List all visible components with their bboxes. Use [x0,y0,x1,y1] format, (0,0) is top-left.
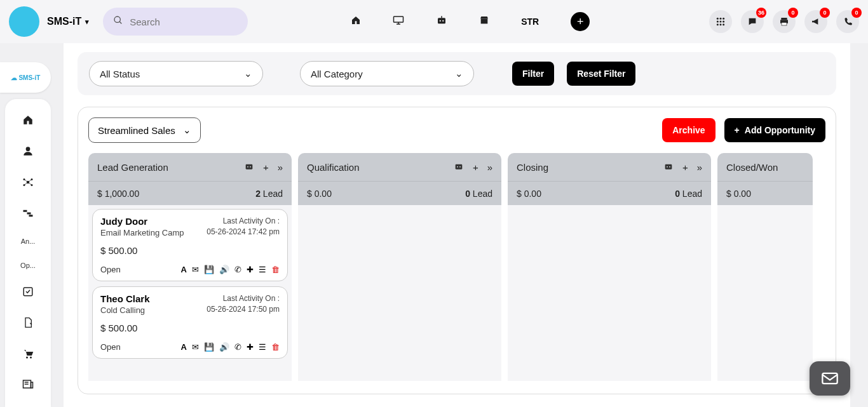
sound-icon[interactable]: 🔊 [219,265,229,274]
search-wrap[interactable] [103,8,248,36]
search-input[interactable] [130,17,238,27]
column-unit: Lead [473,189,492,199]
svg-rect-34 [29,215,33,217]
category-select-label: All Category [311,69,363,79]
trash-icon[interactable]: 🗑 [271,265,280,274]
store-icon[interactable] [479,15,489,28]
logo-tab[interactable]: ☁ SMS-iT [0,62,51,93]
plus-icon[interactable]: + [682,162,688,173]
reset-filter-button[interactable]: Reset Filter [567,62,635,86]
svg-point-36 [26,357,28,359]
add-button[interactable]: + [571,12,590,31]
lead-name: Judy Door [100,216,184,227]
save-icon[interactable]: 💾 [204,265,214,274]
status-select-label: All Status [100,69,140,79]
phone-icon[interactable]: ✆ [234,265,241,274]
sidebar-item-user[interactable] [5,145,51,160]
desktop-icon[interactable] [393,15,404,28]
sidebar-item-news[interactable] [5,379,51,392]
brand-label: SMS-iT [47,16,81,27]
svg-rect-2 [394,17,403,22]
card-icons: A ✉ 💾 🔊 ✆ ✚ ☰ 🗑 [181,342,280,352]
robot-icon[interactable] [454,162,464,173]
svg-line-30 [24,182,28,185]
svg-point-48 [457,166,458,167]
column-body [508,205,711,381]
sidebar-item-cart[interactable] [5,348,51,363]
sidebar-item-funnel[interactable] [5,208,51,221]
megaphone-icon[interactable]: 0 [804,10,827,33]
str-link[interactable]: STR [521,17,539,27]
column-closing: Closing + » $ 0.00 0 Lead [508,153,711,381]
chat-fab[interactable] [810,361,850,396]
envelope-icon[interactable]: ✉ [192,342,199,352]
column-count: 2 [255,189,261,199]
avatar[interactable] [9,6,39,37]
double-chevron-icon[interactable]: » [697,162,702,173]
plus-square-icon[interactable]: ✚ [247,342,254,352]
card-icons: A ✉ 💾 🔊 ✆ ✚ ☰ 🗑 [181,265,280,274]
sidebar-item-document[interactable] [5,317,51,331]
column-summary: $ 0.00 0 Lead [298,181,501,205]
add-opp-label: Add Opportunity [745,125,815,135]
svg-rect-32 [24,210,27,212]
last-activity-label: Last Activity On : [207,216,280,227]
news-icon [22,379,34,392]
chat-icon[interactable]: 36 [741,10,764,33]
column-count: 0 [675,189,680,199]
brand-dropdown[interactable]: SMS-iT ▾ [47,16,89,27]
svg-rect-47 [456,164,463,169]
save-icon[interactable]: 💾 [204,342,214,352]
svg-line-28 [24,180,28,183]
chat-badge: 36 [756,8,766,18]
pipeline-label: Streamlined Sales [98,125,175,136]
print-icon[interactable]: 0 [773,10,796,33]
sidebar-item-opportunities[interactable]: Op... [5,262,51,269]
plus-icon[interactable]: + [263,162,269,173]
opportunity-card[interactable]: Judy Door Email Marketing Camp Last Acti… [92,209,288,281]
phone-icon[interactable]: 0 [836,10,859,33]
phone-icon[interactable]: ✆ [234,342,241,352]
envelope-icon[interactable]: ✉ [192,265,199,274]
svg-point-22 [26,147,31,151]
pipeline-select[interactable]: Streamlined Sales ⌄ [88,117,201,143]
list-icon[interactable]: ☰ [259,342,266,352]
column-amount: $ 1,000.00 [97,189,139,199]
svg-point-46 [250,166,251,167]
archive-button[interactable]: Archive [662,118,715,142]
apps-grid-icon[interactable] [709,10,732,33]
font-icon[interactable]: A [181,342,187,352]
robot-icon[interactable] [436,15,447,28]
sound-icon[interactable]: 🔊 [219,342,229,352]
card-status: Open [100,342,121,352]
category-select[interactable]: All Category ⌄ [300,61,474,86]
megaphone-badge: 0 [820,8,830,18]
column-count: 0 [465,189,470,199]
svg-point-0 [114,17,120,22]
lead-name: Theo Clark [100,293,150,304]
status-select[interactable]: All Status ⌄ [89,61,263,86]
filter-button[interactable]: Filter [512,62,554,86]
list-icon[interactable]: ☰ [259,265,266,274]
svg-rect-39 [31,382,33,388]
double-chevron-icon[interactable]: » [487,162,492,173]
opportunity-card[interactable]: Theo Clark Cold Calling Last Activity On… [92,286,288,359]
add-opportunity-button[interactable]: + Add Opportunity [724,118,825,142]
sidebar-item-home[interactable] [5,114,51,129]
column-header: Closing + » [508,153,711,181]
sidebar-item-calendar[interactable] [5,286,51,300]
font-icon[interactable]: A [181,265,187,274]
sidebar-item-network[interactable] [5,177,51,191]
plus-square-icon[interactable]: ✚ [247,265,254,274]
plus-icon[interactable]: + [473,162,478,173]
column-header: Lead Generation + » [88,153,292,181]
robot-icon[interactable] [663,162,674,173]
trash-icon[interactable]: 🗑 [271,342,280,352]
column-amount: $ 0.00 [726,189,751,199]
double-chevron-icon[interactable]: » [278,162,283,173]
column-summary: $ 0.00 0 Lead [508,181,711,205]
svg-line-29 [28,180,32,183]
robot-icon[interactable] [244,162,254,173]
sidebar-item-analytics[interactable]: An... [5,237,51,245]
home-icon[interactable] [351,15,361,28]
